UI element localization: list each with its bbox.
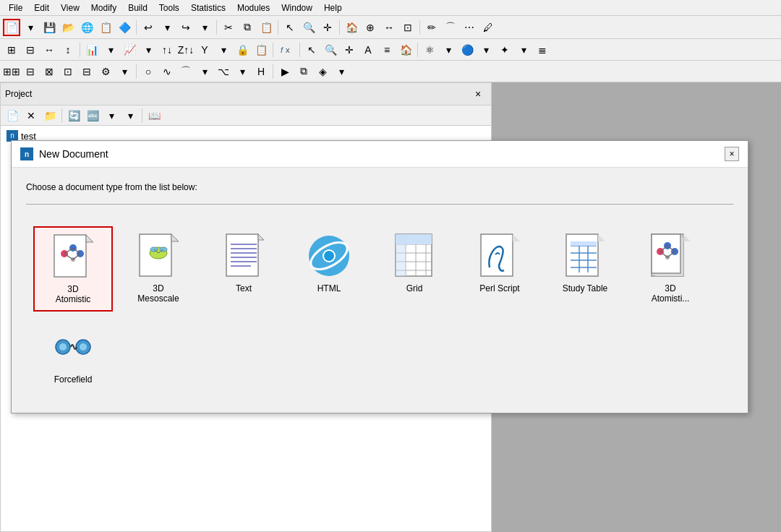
tb2-btn3[interactable]: ↔ [40,41,58,59]
doc-type-3d-atomistic-2[interactable]: 3DAtomisti... [631,226,710,312]
menu-view[interactable]: View [55,1,85,14]
menu-file[interactable]: File [3,1,28,14]
tb3-btn6[interactable]: ⚙ [97,63,114,80]
tb2-graph[interactable]: ≡ [378,41,396,59]
copy-button[interactable]: 📋 [97,19,114,36]
tb2-btn10[interactable]: 🔒 [234,41,251,59]
globe-button[interactable]: 🌐 [78,19,95,36]
new-dropdown-button[interactable]: ▾ [22,19,39,36]
tb3-H[interactable]: H [252,63,270,80]
tb2-move2[interactable]: ✛ [341,41,358,59]
pp-folder[interactable]: 📁 [41,107,59,124]
redo-button[interactable]: ↪ [177,19,195,36]
tb2-btn5b[interactable]: ▾ [102,41,119,59]
pp-book[interactable]: 📖 [145,107,163,124]
tb3-curve[interactable]: ∿ [158,63,176,80]
menu-window[interactable]: Window [276,1,318,14]
undo-button[interactable]: ↩ [140,19,157,36]
move-button[interactable]: ✛ [319,19,336,36]
tb3-btn4[interactable]: ⊡ [59,63,77,80]
tb2-btn5[interactable]: 📊 [83,41,101,59]
new-document-button[interactable]: 📄 [3,19,20,36]
tb2-btn9[interactable]: Y [196,41,213,59]
tb3-btn6b[interactable]: ▾ [116,63,133,80]
menu-help[interactable]: Help [318,1,348,14]
arc-button[interactable]: ⌒ [442,19,459,36]
redo-dropdown[interactable]: ▾ [196,19,213,36]
tb2-mol3[interactable]: ✦ [496,41,513,59]
tb2-btn6b[interactable]: ▾ [140,41,157,59]
menu-modules[interactable]: Modules [231,1,276,14]
tb2-btn1[interactable]: ⊞ [3,41,20,59]
cut-button[interactable]: ✂ [220,19,237,36]
tb3-shapes[interactable]: ⧉ [295,63,312,80]
dialog-close-button[interactable]: × [725,147,739,161]
pp-refresh[interactable]: 🔄 [65,107,82,124]
menu-modify[interactable]: Modify [85,1,122,14]
tb2-mol2-drop[interactable]: ▾ [477,41,495,59]
tb2-btn2[interactable]: ⊟ [22,41,39,59]
tb2-cursor[interactable]: ↖ [303,41,320,59]
tb2-btn9b[interactable]: ▾ [215,41,232,59]
tb2-zoom2[interactable]: 🔍 [322,41,339,59]
pp-sort[interactable]: 🔤 [84,107,101,124]
paste-button[interactable]: 📋 [257,19,275,36]
menu-build[interactable]: Build [122,1,153,14]
tb2-btn4[interactable]: ↕ [59,41,77,59]
tb3-btn3[interactable]: ⊠ [40,63,58,80]
tb2-formula[interactable]: f x [276,41,296,59]
tb3-btn2[interactable]: ⊟ [22,63,39,80]
build2-button[interactable]: ⊕ [362,19,379,36]
tb3-bond[interactable]: ⌥ [215,63,232,80]
tb3-bondb[interactable]: ▾ [234,63,251,80]
tb2-home[interactable]: 🏠 [397,41,414,59]
doc-type-html[interactable]: HTML [289,226,369,312]
tb3-shapes2[interactable]: ◈ [314,63,331,80]
tb2-text[interactable]: A [359,41,377,59]
build4-button[interactable]: ⊡ [399,19,417,36]
pp-filter[interactable]: ▾ [121,107,139,124]
draw-button[interactable]: ✏ [423,19,440,36]
menu-statistics[interactable]: Statistics [185,1,231,14]
menu-edit[interactable]: Edit [28,1,55,14]
cube-button[interactable]: 🔷 [116,19,133,36]
tb3-circle[interactable]: ○ [140,63,157,80]
doc-type-grid[interactable]: Grid [375,226,454,312]
doc-type-study-table[interactable]: Study Table [545,226,625,312]
pp-delete[interactable]: ✕ [22,107,40,124]
more-button[interactable]: ⋯ [461,19,478,36]
copy2-button[interactable]: ⧉ [239,19,256,36]
doc-type-3d-atomistic[interactable]: 3DAtomistic [33,226,113,312]
project-panel-close[interactable]: × [469,85,487,103]
doc-type-forcefield[interactable]: Forcefield [33,317,113,391]
tb2-end[interactable]: ≣ [534,41,551,59]
open-button[interactable]: 📂 [59,19,77,36]
doc-type-text[interactable]: Text [204,226,283,312]
tb3-curve2[interactable]: ⌒ [177,63,195,80]
pen-button[interactable]: 🖊 [479,19,497,36]
tb3-btn5[interactable]: ⊟ [78,63,95,80]
tb2-molecules[interactable]: ⚛ [421,41,438,59]
tb3-btn1[interactable]: ⊞⊞ [3,63,20,80]
tb3-play[interactable]: ▶ [276,63,294,80]
tb2-btn7[interactable]: ↑↓ [158,41,176,59]
tb2-btn8[interactable]: Z↑↓ [177,41,195,59]
build3-button[interactable]: ↔ [380,19,398,36]
undo-dropdown[interactable]: ▾ [158,19,176,36]
menu-tools[interactable]: Tools [153,1,185,14]
tb2-btn11[interactable]: 📋 [252,41,270,59]
doc-type-perl-script[interactable]: Perl Script [460,226,539,312]
tb3-shapes2b[interactable]: ▾ [333,63,350,80]
doc-type-3d-mesoscale[interactable]: 3DMesoscale [119,226,198,312]
tb2-mol-drop[interactable]: ▾ [440,41,457,59]
tb2-btn6[interactable]: 📈 [121,41,138,59]
tb2-mol3-drop[interactable]: ▾ [515,41,532,59]
tb3-curve2b[interactable]: ▾ [196,63,213,80]
tb2-mol2[interactable]: 🔵 [458,41,476,59]
pp-sort-drop[interactable]: ▾ [103,107,120,124]
select-button[interactable]: ↖ [281,19,299,36]
build1-button[interactable]: 🏠 [343,19,360,36]
zoom-button[interactable]: 🔍 [300,19,317,36]
save-button[interactable]: 💾 [40,19,58,36]
pp-new[interactable]: 📄 [4,107,21,124]
